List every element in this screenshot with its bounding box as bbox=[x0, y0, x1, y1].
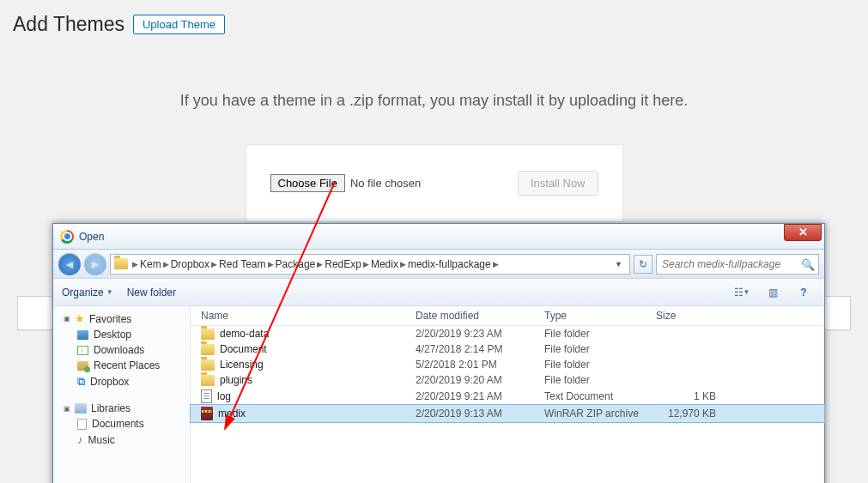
close-button[interactable]: ✕ bbox=[784, 224, 822, 241]
upload-form: Choose File No file chosen Install Now bbox=[246, 144, 623, 222]
dialog-toolbar: Organize ▼ New folder ☷ ▼ ▥ ? bbox=[53, 279, 824, 306]
recent-icon bbox=[77, 361, 88, 371]
refresh-button[interactable]: ↻ bbox=[634, 255, 653, 274]
document-icon bbox=[77, 419, 87, 430]
text-file-icon bbox=[201, 389, 212, 403]
chevron-right-icon[interactable]: ▶ bbox=[268, 260, 274, 269]
chevron-right-icon[interactable]: ▶ bbox=[363, 260, 369, 269]
sidebar-item-downloads[interactable]: Downloads bbox=[53, 342, 190, 358]
desktop-icon bbox=[77, 330, 88, 340]
chevron-down-icon[interactable]: ▼ bbox=[611, 260, 626, 269]
file-row[interactable]: Licensing5/2/2018 2:01 PMFile folder bbox=[191, 357, 824, 372]
chevron-right-icon[interactable]: ▶ bbox=[493, 260, 499, 269]
file-row[interactable]: medix2/20/2019 9:13 AMWinRAR ZIP archive… bbox=[191, 405, 824, 422]
file-date: 2/20/2019 9:20 AM bbox=[416, 374, 544, 386]
sidebar-item-desktop[interactable]: Desktop bbox=[53, 327, 190, 342]
folder-icon bbox=[201, 359, 215, 371]
folder-icon bbox=[201, 329, 215, 340]
file-date: 2/20/2019 9:23 AM bbox=[416, 328, 544, 340]
file-name: plugins bbox=[220, 374, 252, 386]
file-date: 2/20/2019 9:21 AM bbox=[416, 390, 544, 402]
breadcrumb-item[interactable]: RedExp bbox=[325, 258, 361, 270]
collapse-icon[interactable]: ▣ bbox=[64, 405, 70, 413]
chevron-right-icon[interactable]: ▶ bbox=[211, 260, 217, 269]
file-date: 2/20/2019 9:13 AM bbox=[416, 408, 544, 420]
file-type: File folder bbox=[544, 359, 656, 371]
chevron-right-icon[interactable]: ▶ bbox=[400, 260, 406, 269]
file-size: 12,970 KB bbox=[656, 408, 733, 420]
file-row[interactable]: Document4/27/2018 2:14 PMFile folder bbox=[191, 341, 824, 357]
sidebar-group-libraries[interactable]: ▣ Libraries bbox=[53, 401, 190, 416]
breadcrumb-item[interactable]: Package bbox=[276, 258, 316, 270]
breadcrumb-bar[interactable]: ▶ Kem ▶ Dropbox ▶ Red Team ▶ Package ▶ R… bbox=[110, 254, 630, 275]
choose-file-button[interactable]: Choose File bbox=[270, 174, 345, 192]
sidebar-item-dropbox[interactable]: ⧉Dropbox bbox=[53, 373, 190, 390]
dialog-title: Open bbox=[79, 231, 104, 243]
dialog-sidebar: ▣ ★ Favorites Desktop Downloads Recent P… bbox=[53, 306, 191, 483]
upload-theme-button[interactable]: Upload Theme bbox=[133, 15, 225, 34]
preview-pane-button[interactable]: ▥ bbox=[761, 283, 785, 302]
file-name: medix bbox=[218, 408, 246, 420]
column-header-size[interactable]: Size bbox=[656, 310, 733, 322]
new-folder-button[interactable]: New folder bbox=[127, 287, 176, 299]
dialog-titlebar[interactable]: Open ✕ bbox=[53, 224, 824, 250]
folder-icon bbox=[201, 344, 215, 355]
chevron-down-icon: ▼ bbox=[106, 288, 113, 296]
chevron-down-icon: ▼ bbox=[744, 288, 750, 296]
breadcrumb-item[interactable]: medix-fullpackage bbox=[408, 258, 491, 270]
file-row[interactable]: plugins2/20/2019 9:20 AMFile folder bbox=[191, 372, 824, 388]
install-now-button[interactable]: Install Now bbox=[518, 171, 598, 196]
column-header-date[interactable]: Date modified bbox=[416, 310, 544, 322]
file-type: Text Document bbox=[544, 390, 656, 402]
breadcrumb-item[interactable]: Red Team bbox=[219, 258, 265, 270]
sidebar-item-documents[interactable]: Documents bbox=[53, 416, 190, 432]
wp-header: Add Themes Upload Theme bbox=[0, 0, 868, 45]
search-input[interactable] bbox=[656, 254, 819, 275]
file-type: File folder bbox=[544, 343, 656, 355]
sidebar-group-favorites[interactable]: ▣ ★ Favorites bbox=[53, 311, 190, 327]
chrome-icon bbox=[60, 230, 74, 244]
breadcrumb-item[interactable]: Kem bbox=[140, 258, 161, 270]
folder-icon bbox=[114, 258, 128, 269]
library-icon bbox=[75, 403, 87, 414]
sidebar-item-recent[interactable]: Recent Places bbox=[53, 358, 190, 373]
organize-menu[interactable]: Organize ▼ bbox=[62, 287, 113, 299]
help-button[interactable]: ? bbox=[792, 283, 816, 302]
file-name: Licensing bbox=[220, 359, 264, 371]
zip-file-icon bbox=[201, 407, 213, 420]
page-title: Add Themes bbox=[13, 13, 124, 36]
chevron-right-icon[interactable]: ▶ bbox=[132, 260, 138, 269]
file-row[interactable]: demo-data2/20/2019 9:23 AMFile folder bbox=[191, 326, 824, 341]
file-name: log bbox=[217, 390, 231, 402]
folder-icon bbox=[201, 375, 215, 386]
star-icon: ★ bbox=[75, 312, 85, 325]
nav-back-button[interactable]: ◄ bbox=[58, 253, 81, 275]
search-icon[interactable]: 🔍 bbox=[801, 258, 815, 271]
file-row[interactable]: log2/20/2019 9:21 AMText Document1 KB bbox=[191, 388, 824, 405]
chevron-right-icon[interactable]: ▶ bbox=[163, 260, 169, 269]
chevron-right-icon[interactable]: ▶ bbox=[317, 260, 323, 269]
column-header-name[interactable]: Name bbox=[201, 310, 416, 322]
file-type: File folder bbox=[544, 374, 656, 386]
sidebar-group-label: Libraries bbox=[91, 402, 131, 414]
upload-instructions: If you have a theme in a .zip format, yo… bbox=[0, 92, 868, 110]
column-headers: Name Date modified Type Size bbox=[191, 306, 824, 326]
download-icon bbox=[77, 346, 88, 355]
file-name: Document bbox=[220, 343, 267, 355]
file-type: WinRAR ZIP archive bbox=[544, 408, 656, 420]
view-mode-button[interactable]: ☷ ▼ bbox=[730, 283, 754, 302]
file-name: demo-data bbox=[220, 328, 269, 340]
breadcrumb-item[interactable]: Medix bbox=[371, 258, 398, 270]
file-date: 4/27/2018 2:14 PM bbox=[416, 343, 544, 355]
file-open-dialog: Open ✕ ◄ ► ▶ Kem ▶ Dropbox ▶ Red Team ▶ … bbox=[52, 223, 825, 483]
dialog-navbar: ◄ ► ▶ Kem ▶ Dropbox ▶ Red Team ▶ Package… bbox=[53, 250, 824, 279]
file-type: File folder bbox=[544, 328, 656, 340]
file-status-label: No file chosen bbox=[350, 177, 421, 190]
collapse-icon[interactable]: ▣ bbox=[64, 315, 70, 323]
column-header-type[interactable]: Type bbox=[544, 310, 656, 322]
file-date: 5/2/2018 2:01 PM bbox=[416, 359, 544, 371]
sidebar-item-music[interactable]: ♪Music bbox=[53, 432, 190, 448]
nav-forward-button[interactable]: ► bbox=[84, 253, 106, 275]
breadcrumb-item[interactable]: Dropbox bbox=[171, 258, 209, 270]
file-list-pane: Name Date modified Type Size demo-data2/… bbox=[191, 306, 824, 483]
